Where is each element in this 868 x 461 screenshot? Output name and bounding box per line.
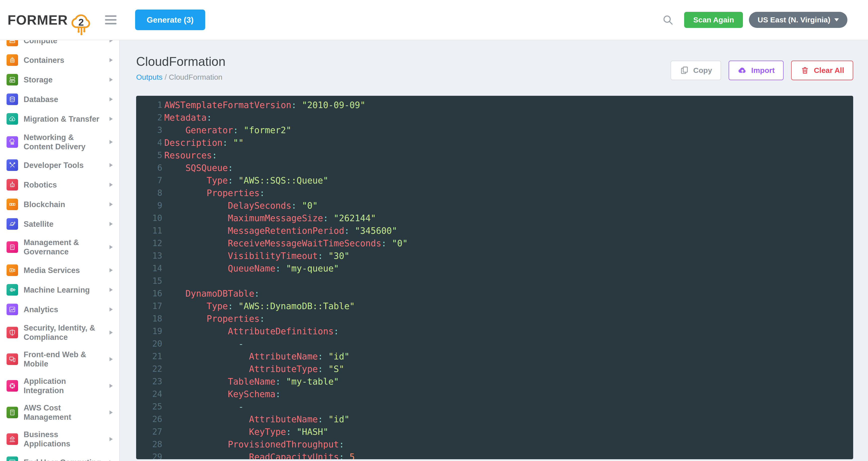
devices-icon [6, 353, 18, 365]
logo-text: FORMER [7, 12, 68, 28]
cloud-upload-icon [738, 66, 747, 75]
breadcrumb-outputs-link[interactable]: Outputs [136, 73, 162, 81]
clear-all-button[interactable]: Clear All [791, 61, 853, 80]
chevron-right-icon [110, 140, 113, 144]
line-content: SQSQueue: [164, 162, 233, 174]
line-number: 15 [136, 275, 162, 287]
line-number: 23 [136, 375, 162, 388]
line-number: 29 [136, 451, 162, 459]
services-sidebar[interactable]: Compute Containers Storage Database Migr… [0, 40, 120, 461]
line-content: Type: "AWS::SQS::Queue" [164, 174, 328, 187]
region-selector[interactable]: US East (N. Virginia) [749, 12, 847, 28]
code-line: 19 AttributeDefinitions: [136, 325, 853, 338]
code-line: 6 SQSQueue: [136, 162, 853, 174]
sidebar-item-label: Developer Tools [24, 161, 107, 170]
cloud-up-icon [6, 113, 18, 125]
sidebar-item-label: Satellite [24, 220, 107, 229]
copy-button[interactable]: Copy [671, 61, 721, 80]
code-line: 27 KeyType: "HASH" [136, 426, 853, 438]
drive-icon [6, 74, 18, 85]
svg-text:2: 2 [79, 17, 84, 28]
sidebar-item-end-user-computing[interactable]: End User Computing [0, 453, 119, 461]
menu-hamburger-icon[interactable] [105, 15, 117, 24]
line-number: 6 [136, 162, 162, 174]
code-line: 9 DelaySeconds: "0" [136, 199, 853, 212]
line-content: ReceiveMessageWaitTimeSeconds: "0" [164, 237, 408, 250]
line-number: 3 [136, 124, 162, 137]
main-content: CloudFormation Outputs / CloudFormation … [120, 40, 868, 461]
code-line: 25 - [136, 400, 853, 413]
sidebar-item-aws-cost-management[interactable]: AWS Cost Management [0, 399, 119, 426]
scan-again-button[interactable]: Scan Again [684, 12, 743, 28]
code-line: 28 ProvisionedThroughput: [136, 438, 853, 451]
code-line: 7 Type: "AWS::SQS::Queue" [136, 174, 853, 187]
line-content: AttributeName: "id" [164, 413, 350, 426]
sidebar-item-label: Networking & Content Delivery [24, 133, 107, 151]
sidebar-item-label: Machine Learning [24, 285, 107, 295]
sidebar-item-label: Containers [24, 56, 107, 65]
line-number: 2 [136, 111, 162, 124]
sidebar-item-migration-transfer[interactable]: Migration & Transfer [0, 109, 119, 129]
chevron-right-icon [110, 202, 113, 206]
sidebar-item-developer-tools[interactable]: Developer Tools [0, 155, 119, 175]
line-content: AttributeType: "S" [164, 363, 344, 375]
former2-logo[interactable]: FORMER 2 [7, 3, 95, 37]
sidebar-item-front-end-web-mobile[interactable]: Front-end Web & Mobile [0, 346, 119, 373]
sidebar-item-label: Security, Identity, & Compliance [24, 323, 107, 342]
line-content: TableName: "my-table" [164, 375, 339, 388]
chevron-right-icon [110, 163, 113, 167]
tools-icon [6, 160, 18, 171]
sidebar-item-containers[interactable]: Containers [0, 50, 119, 70]
code-line: 14 QueueName: "my-queue" [136, 262, 853, 275]
line-number: 8 [136, 187, 162, 199]
code-line: 16 DynamoDBTable: [136, 287, 853, 300]
sidebar-item-database[interactable]: Database [0, 89, 119, 109]
sidebar-item-storage[interactable]: Storage [0, 70, 119, 89]
clipboard-icon [6, 241, 18, 253]
sidebar-item-label: Blockchain [24, 200, 107, 209]
sidebar-item-compute[interactable]: Compute [0, 40, 119, 50]
sidebar-item-management-governance[interactable]: Management & Governance [0, 234, 119, 260]
sidebar-item-robotics[interactable]: Robotics [0, 175, 119, 195]
sidebar-item-blockchain[interactable]: Blockchain [0, 195, 119, 214]
code-line: 10 MaximumMessageSize: "262144" [136, 212, 853, 225]
line-number: 21 [136, 350, 162, 363]
line-number: 17 [136, 300, 162, 312]
code-line: 21 AttributeName: "id" [136, 350, 853, 363]
copy-icon [680, 66, 689, 75]
chevron-right-icon [110, 410, 113, 414]
chevron-right-icon [110, 117, 113, 121]
line-number: 7 [136, 174, 162, 187]
sidebar-item-machine-learning[interactable]: Machine Learning [0, 280, 119, 299]
line-content: Metadata: [164, 111, 212, 124]
import-button[interactable]: Import [728, 61, 784, 80]
brain-icon [6, 284, 18, 296]
sidebar-item-networking-content-delivery[interactable]: Networking & Content Delivery [0, 129, 119, 155]
line-content: ReadCapacityUnits: 5 [164, 451, 355, 459]
search-icon[interactable] [662, 14, 674, 26]
chevron-right-icon [110, 384, 113, 388]
planet-icon [6, 218, 18, 230]
sidebar-item-security-identity-compliance[interactable]: Security, Identity, & Compliance [0, 319, 119, 346]
sidebar-item-media-services[interactable]: Media Services [0, 260, 119, 280]
code-editor[interactable]: 1 AWSTemplateFormatVersion: "2010-09-09"… [136, 96, 853, 459]
code-line: 11 MessageRetentionPeriod: "345600" [136, 225, 853, 237]
chevron-right-icon [110, 308, 113, 312]
sidebar-item-label: End User Computing [24, 458, 107, 461]
chevron-right-icon [110, 357, 113, 361]
sidebar-item-analytics[interactable]: Analytics [0, 299, 119, 319]
line-number: 9 [136, 199, 162, 212]
chevron-right-icon [110, 40, 113, 42]
sidebar-item-satellite[interactable]: Satellite [0, 214, 119, 234]
sidebar-item-label: Compute [24, 40, 107, 45]
line-content: AWSTemplateFormatVersion: "2010-09-09" [164, 99, 366, 111]
blocks-icon [6, 199, 18, 210]
line-number: 28 [136, 438, 162, 451]
line-content: QueueName: "my-queue" [164, 262, 339, 275]
line-content: Type: "AWS::DynamoDB::Table" [164, 300, 355, 312]
chevron-right-icon [110, 222, 113, 226]
line-number: 27 [136, 426, 162, 438]
generate-button[interactable]: Generate (3) [135, 9, 205, 30]
sidebar-item-application-integration[interactable]: Application Integration [0, 373, 119, 399]
sidebar-item-business-applications[interactable]: Business Applications [0, 426, 119, 453]
